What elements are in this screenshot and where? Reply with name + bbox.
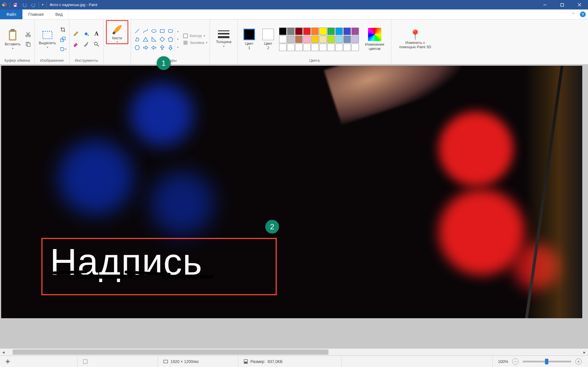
palette-swatch[interactable]	[343, 36, 351, 43]
svg-rect-5	[16, 3, 16, 4]
copy-icon[interactable]	[24, 40, 32, 48]
crop-icon[interactable]	[59, 26, 67, 34]
file-tab[interactable]: Файл	[0, 9, 22, 19]
palette-swatch[interactable]	[279, 36, 287, 43]
paste-button[interactable]: Вставить▾	[2, 27, 23, 51]
group-brushes: Кисти▾	[104, 20, 131, 64]
palette-swatch[interactable]	[327, 36, 335, 43]
view-tab[interactable]: Вид	[50, 9, 69, 19]
magnifier-icon[interactable]	[92, 40, 100, 48]
palette-swatch[interactable]	[311, 28, 319, 35]
qat-save-icon[interactable]	[11, 0, 20, 9]
color2-button[interactable]: Цвет2	[260, 29, 276, 50]
cut-icon[interactable]	[24, 30, 32, 38]
svg-rect-29	[169, 30, 173, 32]
svg-rect-30	[183, 34, 187, 38]
resize-icon[interactable]	[59, 35, 67, 43]
qat-redo-icon[interactable]	[29, 0, 38, 9]
palette-swatch[interactable]	[327, 28, 335, 35]
shape-fill-button[interactable]: Заливка▾	[183, 40, 207, 45]
palette-swatch[interactable]	[295, 28, 303, 35]
paint3d-button[interactable]: 📍 Изменить спомощью Paint 3D	[394, 28, 437, 51]
palette-swatch[interactable]	[351, 36, 359, 43]
palette-swatch[interactable]	[327, 44, 335, 51]
palette-swatch[interactable]	[343, 44, 351, 51]
scroll-right-icon[interactable]: ▸	[581, 349, 588, 356]
canvas[interactable]: Надпись	[1, 66, 582, 318]
palette-swatch[interactable]	[311, 36, 319, 43]
shape-line-icon[interactable]	[133, 27, 141, 35]
palette-swatch[interactable]	[287, 44, 295, 51]
select-button[interactable]: Выделить▾	[37, 28, 58, 50]
palette-swatch[interactable]	[303, 28, 311, 35]
palette-swatch[interactable]	[319, 28, 327, 35]
eyedropper-icon[interactable]	[82, 40, 90, 48]
palette-swatch[interactable]	[351, 28, 359, 35]
scrollbar-thumb[interactable]	[13, 349, 328, 355]
palette-swatch[interactable]	[279, 28, 287, 35]
scroll-left-icon[interactable]: ◂	[0, 349, 7, 356]
palette-swatch[interactable]	[295, 44, 303, 51]
palette-swatch[interactable]	[287, 28, 295, 35]
rotate-icon[interactable]: ▾	[59, 45, 67, 53]
edit-colors-button[interactable]: Изменениецветов	[362, 28, 388, 51]
thickness-button[interactable]: Толщина▾	[212, 29, 235, 49]
zoom-in-button[interactable]: +	[575, 358, 582, 365]
group-label: Буфер обмена	[5, 57, 30, 64]
palette-swatch[interactable]	[295, 36, 303, 43]
pencil-icon[interactable]	[72, 30, 80, 38]
shapes-gallery[interactable]: ▴▾▾	[133, 27, 181, 51]
palette-swatch[interactable]	[335, 28, 343, 35]
shape-pentagon-icon[interactable]	[167, 35, 174, 43]
shape-arrow-right-icon[interactable]	[142, 44, 149, 51]
palette-swatch[interactable]	[303, 36, 311, 43]
brushes-button[interactable]: Кисти▾	[107, 22, 127, 43]
fill-icon[interactable]	[82, 30, 90, 38]
palette-swatch[interactable]	[311, 44, 319, 51]
shape-arrow-up-icon[interactable]	[158, 44, 166, 51]
shape-right-triangle-icon[interactable]	[150, 35, 158, 43]
home-tab[interactable]: Главная	[22, 9, 49, 19]
color-palette[interactable]	[279, 28, 359, 51]
shape-hexagon-icon[interactable]	[133, 44, 141, 51]
help-button[interactable]: ?	[578, 9, 588, 19]
shape-arrow-down-icon[interactable]	[167, 44, 174, 51]
palette-swatch[interactable]	[335, 36, 343, 43]
text-icon[interactable]: A	[92, 30, 100, 38]
eraser-icon[interactable]	[72, 40, 80, 48]
maximize-button[interactable]	[554, 0, 571, 9]
horizontal-scrollbar[interactable]: ◂ ▸	[0, 349, 588, 356]
shape-arrow-left-icon[interactable]	[150, 44, 158, 51]
qat-undo-icon[interactable]	[20, 0, 29, 9]
zoom-out-button[interactable]: −	[512, 358, 519, 365]
shapes-expand[interactable]: ▴▾▾	[175, 27, 181, 51]
shape-triangle-icon[interactable]	[142, 35, 149, 43]
shape-outline-button[interactable]: Контур▾	[183, 33, 207, 38]
minimize-button[interactable]	[536, 0, 554, 9]
svg-rect-19	[43, 31, 52, 39]
canvas-area: Надпись	[0, 65, 588, 356]
svg-rect-7	[561, 3, 564, 6]
color1-button[interactable]: Цвет1	[241, 29, 257, 50]
palette-swatch[interactable]	[351, 44, 359, 51]
palette-swatch[interactable]	[343, 28, 351, 35]
zoom-slider[interactable]	[523, 361, 571, 362]
collapse-ribbon-icon[interactable]: ⌃	[569, 9, 578, 19]
svg-rect-11	[10, 32, 15, 39]
status-zoom: 100% − +	[493, 356, 588, 367]
qat-customize-icon[interactable]: ▾	[40, 0, 46, 9]
shape-roundrect-icon[interactable]	[167, 27, 174, 35]
shape-rect-icon[interactable]	[158, 27, 166, 35]
shape-diamond-icon[interactable]	[158, 35, 166, 43]
palette-swatch[interactable]	[287, 36, 295, 43]
title-bar: ▾ Фото с надписью.jpg - Paint	[0, 0, 588, 9]
palette-swatch[interactable]	[319, 36, 327, 43]
palette-swatch[interactable]	[279, 44, 287, 51]
palette-swatch[interactable]	[303, 44, 311, 51]
shape-curve-icon[interactable]	[142, 27, 149, 35]
shape-oval-icon[interactable]	[150, 27, 158, 35]
close-button[interactable]	[571, 0, 588, 9]
shape-polygon-icon[interactable]	[133, 35, 141, 43]
palette-swatch[interactable]	[319, 44, 327, 51]
palette-swatch[interactable]	[335, 44, 343, 51]
